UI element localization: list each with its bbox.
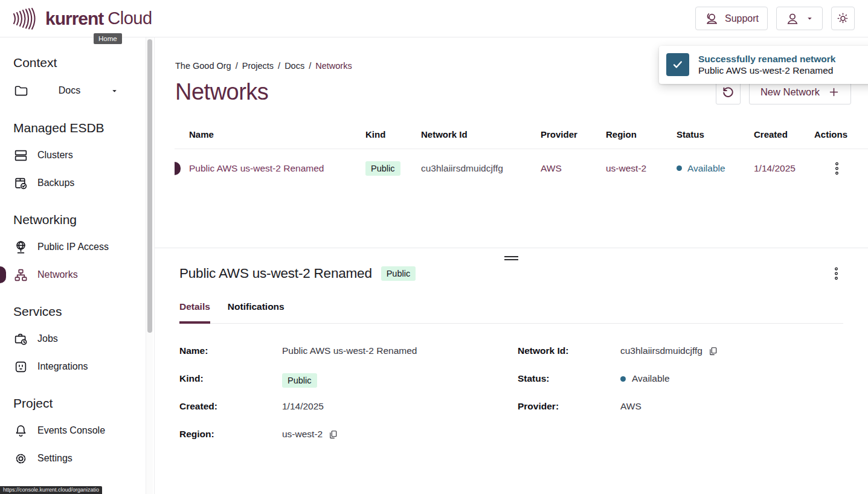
context-selector[interactable]: Docs	[0, 76, 118, 105]
panel-tabs: Details Notifications	[179, 301, 843, 324]
sidebar-item-settings[interactable]: Settings	[0, 444, 154, 472]
drag-handle-bar	[504, 256, 518, 257]
kurrent-logo-waves-icon	[12, 6, 40, 31]
breadcrumb-item-networks: Networks	[315, 61, 352, 71]
sidebar-item-networks[interactable]: Networks	[0, 261, 154, 289]
toast-text: Successfully renamed network Public AWS …	[698, 53, 835, 77]
kind-badge: Public	[365, 161, 400, 176]
copy-icon	[709, 347, 718, 356]
header-actions: Support	[695, 7, 855, 30]
breadcrumb-separator: /	[309, 61, 311, 71]
field-network-id: Network Id: cu3hlaiirsdmuidcjffg	[518, 345, 843, 373]
cell-kind: Public	[365, 161, 421, 176]
networks-table: Name Kind Network Id Provider Region Sta…	[175, 122, 868, 187]
field-kind: Kind: Public	[179, 373, 518, 401]
network-detail-panel: Public AWS us-west-2 Renamed Public Deta…	[155, 248, 868, 494]
sidebar-item-label: Settings	[37, 453, 72, 464]
column-header-actions: Actions	[814, 129, 868, 140]
sidebar-item-label: Jobs	[37, 333, 58, 344]
detail-fields: Name: Public AWS us-west-2 Renamed Kind:…	[179, 345, 843, 457]
cell-created: 1/14/2025	[754, 163, 814, 174]
sidebar-scrollbar-thumb[interactable]	[147, 39, 152, 333]
cell-name[interactable]: Public AWS us-west-2 Renamed	[189, 163, 365, 174]
field-provider: Provider: AWS	[518, 401, 843, 429]
sidebar-item-backups[interactable]: Backups	[0, 169, 154, 197]
panel-actions-menu-button[interactable]	[829, 265, 843, 283]
sidebar-item-jobs[interactable]: Jobs	[0, 325, 154, 353]
sidebar-section-networking: Networking	[13, 213, 154, 227]
sidebar-section-context: Context	[13, 56, 154, 70]
cell-network-id: cu3hlaiirsdmuidcjffg	[421, 163, 541, 174]
page-title: Networks	[175, 79, 268, 105]
bell-icon	[13, 423, 28, 438]
column-header-network-id: Network Id	[421, 129, 541, 140]
sidebar-item-events-console[interactable]: Events Console	[0, 417, 154, 444]
breadcrumb-item-projects[interactable]: Projects	[242, 61, 274, 71]
column-header-region: Region	[606, 129, 677, 140]
breadcrumb-item-org[interactable]: The Good Org	[175, 61, 231, 71]
cell-provider: AWS	[541, 163, 606, 174]
tab-notifications[interactable]: Notifications	[228, 301, 285, 324]
sidebar-item-integrations[interactable]: Integrations	[0, 353, 154, 380]
gear-icon	[13, 451, 28, 466]
sidebar-item-clusters[interactable]: Clusters	[0, 141, 154, 169]
new-network-label: New Network	[760, 86, 820, 98]
copy-icon	[329, 430, 338, 439]
outlet-icon	[13, 359, 28, 374]
column-header-name: Name	[189, 129, 365, 140]
column-header-kind: Kind	[365, 129, 421, 140]
status-dot-icon	[677, 165, 682, 171]
success-check-icon	[666, 53, 689, 76]
plus-icon	[828, 86, 840, 98]
kind-badge: Public	[282, 373, 317, 388]
globe-icon	[13, 240, 28, 255]
active-nav-indicator	[0, 266, 6, 283]
clusters-icon	[13, 148, 28, 163]
table-header-row: Name Kind Network Id Provider Region Sta…	[175, 122, 868, 149]
copy-region-button[interactable]	[329, 430, 338, 439]
breadcrumb-separator: /	[278, 61, 280, 71]
folder-icon	[13, 83, 28, 98]
refresh-icon	[721, 85, 735, 99]
field-name: Name: Public AWS us-west-2 Renamed	[179, 345, 518, 373]
chevron-down-icon	[806, 14, 814, 22]
tab-details[interactable]: Details	[179, 301, 210, 324]
sidebar: Context Docs Managed ESDB Clusters	[0, 37, 155, 494]
status-label: Available	[632, 373, 670, 384]
briefcase-clock-icon	[13, 332, 28, 347]
panel-drag-handle[interactable]	[504, 256, 518, 260]
chevron-down-icon	[111, 87, 118, 95]
cell-actions	[814, 159, 868, 178]
user-menu-button[interactable]	[776, 7, 823, 30]
sidebar-section-services: Services	[13, 304, 154, 319]
row-actions-menu-button[interactable]	[830, 159, 844, 178]
headset-icon	[704, 11, 719, 26]
copy-network-id-button[interactable]	[709, 347, 718, 356]
cell-status: Available	[677, 163, 754, 174]
kebab-menu-icon	[835, 162, 839, 175]
sidebar-item-label: Events Console	[37, 425, 105, 436]
breadcrumb-item-docs[interactable]: Docs	[285, 61, 304, 71]
support-button[interactable]: Support	[695, 7, 768, 30]
field-created: Created: 1/14/2025	[179, 401, 518, 429]
kurrent-logo[interactable]: kurrent Cloud	[12, 6, 152, 31]
panel-title: Public AWS us-west-2 Renamed	[179, 266, 372, 281]
kebab-menu-icon	[834, 267, 838, 280]
sun-icon	[836, 11, 850, 25]
sidebar-item-public-ip-access[interactable]: Public IP Access	[0, 233, 154, 261]
table-row[interactable]: Public AWS us-west-2 Renamed Public cu3h…	[175, 149, 868, 187]
selected-row-indicator	[175, 162, 181, 175]
column-header-provider: Provider	[541, 129, 606, 140]
user-icon	[785, 11, 800, 26]
support-label: Support	[725, 13, 759, 24]
status-bar: https://console.kurrent.cloud/organizati…	[0, 486, 102, 494]
breadcrumb-separator: /	[236, 61, 238, 71]
sidebar-item-label: Integrations	[37, 361, 88, 372]
theme-toggle-button[interactable]	[831, 7, 855, 30]
sidebar-section-managed-esdb: Managed ESDB	[13, 121, 154, 135]
sidebar-scrollbar[interactable]	[146, 37, 153, 494]
network-icon	[13, 268, 28, 283]
column-header-created: Created	[754, 129, 814, 140]
toast-notification[interactable]: Successfully renamed network Public AWS …	[659, 46, 868, 84]
logo-suffix-text: Cloud	[108, 8, 152, 28]
